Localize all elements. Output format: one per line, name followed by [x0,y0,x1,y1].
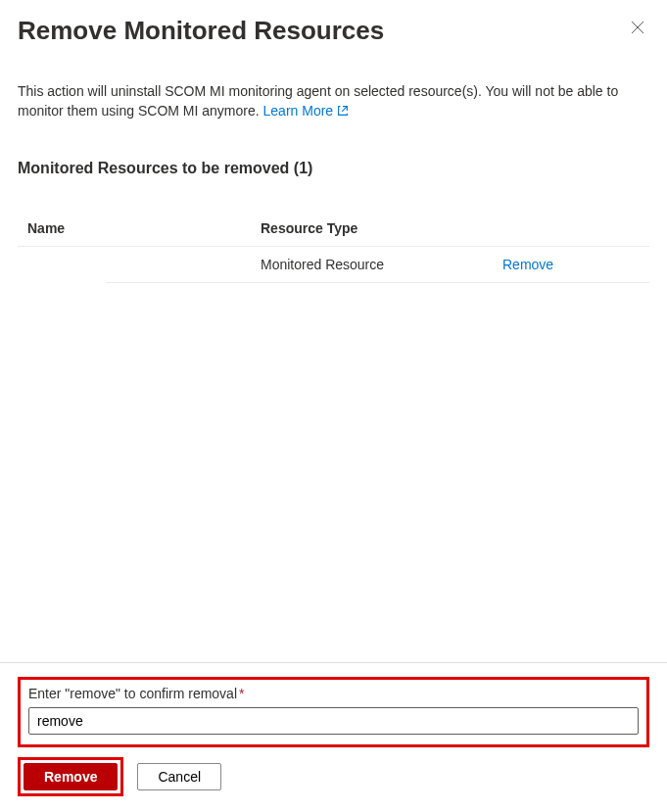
panel-header: Remove Monitored Resources [18,16,649,46]
learn-more-label: Learn More [263,103,334,119]
remove-button-highlight: Remove [18,757,123,796]
remove-button[interactable]: Remove [24,763,118,790]
cell-type: Monitored Resource [261,257,502,272]
panel-title: Remove Monitored Resources [18,16,384,46]
confirm-label-text: Enter "remove" to confirm removal [28,686,237,701]
cancel-button[interactable]: Cancel [137,763,221,790]
confirm-block: Enter "remove" to confirm removal* [18,677,649,747]
section-heading: Monitored Resources to be removed (1) [18,160,649,177]
learn-more-link[interactable]: Learn More [263,103,351,119]
confirm-input[interactable] [28,707,639,735]
footer-buttons: Remove Cancel [18,757,649,796]
table-header-row: Name Resource Type [18,211,649,247]
resources-table: Name Resource Type Monitored Resource Re… [18,211,649,283]
remove-row-link[interactable]: Remove [502,257,553,272]
column-name: Name [27,220,261,236]
required-indicator: * [239,686,244,701]
description-text: This action will uninstall SCOM MI monit… [18,81,649,122]
confirm-label: Enter "remove" to confirm removal* [28,686,639,701]
footer-divider [0,662,667,663]
close-icon[interactable] [626,16,649,39]
table-row: Monitored Resource Remove [106,247,649,283]
cell-action: Remove [502,257,640,272]
column-type: Resource Type [261,220,640,236]
external-link-icon [336,103,350,122]
remove-resources-panel: Remove Monitored Resources This action w… [0,0,667,812]
